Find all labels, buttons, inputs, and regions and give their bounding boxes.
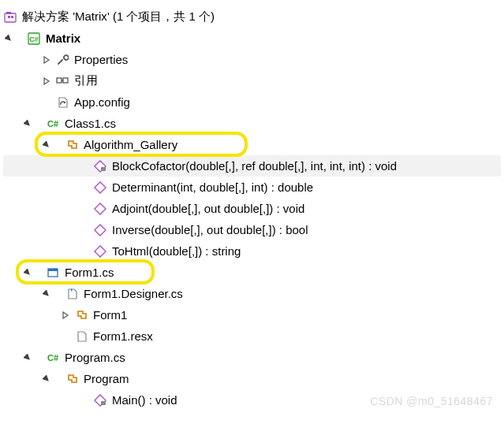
form1-resx-label: Form1.resx	[93, 329, 153, 343]
references-label: 引用	[74, 73, 98, 88]
method-label: Main() : void	[112, 393, 177, 407]
project-node[interactable]: Matrix	[3, 28, 501, 49]
solution-node[interactable]: 解决方案 'Matrix' (1 个项目，共 1 个)	[3, 6, 501, 28]
expander-open-icon[interactable]	[41, 288, 52, 299]
program-class-node[interactable]: Program	[3, 368, 501, 389]
form1-node[interactable]: Form1.cs	[3, 262, 501, 283]
algorithm-gallery-node[interactable]: Algorithm_Gallery	[3, 134, 501, 155]
solution-icon	[3, 10, 17, 24]
method-icon	[93, 202, 107, 216]
resx-file-icon	[74, 329, 88, 344]
class-icon	[74, 308, 88, 322]
method-private-icon	[93, 393, 107, 407]
method-private-icon	[93, 159, 107, 173]
method-label: BlockCofactor(double[,], ref double[,], …	[112, 159, 397, 173]
method-node-main[interactable]: Main() : void	[3, 389, 501, 411]
method-node-blockcofactor[interactable]: BlockCofactor(double[,], ref double[,], …	[3, 155, 501, 177]
wrench-icon	[55, 53, 69, 67]
solution-explorer-tree: 解决方案 'Matrix' (1 个项目，共 1 个) Matrix Prope…	[3, 6, 501, 411]
method-node-inverse[interactable]: Inverse(double[,], out double[,]) : bool	[3, 219, 501, 240]
expander-closed-icon[interactable]	[41, 54, 52, 65]
method-icon	[93, 244, 107, 258]
csharp-file-icon	[46, 351, 60, 365]
class-icon	[65, 138, 79, 152]
csproj-icon	[27, 32, 41, 46]
method-label: Inverse(double[,], out double[,]) : bool	[112, 223, 308, 236]
method-node-adjoint[interactable]: Adjoint(double[,], out double[,]) : void	[3, 198, 501, 219]
form1-label: Form1.cs	[65, 266, 114, 279]
method-icon	[93, 180, 107, 195]
project-label: Matrix	[46, 32, 80, 45]
expander-closed-icon[interactable]	[60, 310, 71, 321]
csharp-file-icon	[46, 117, 60, 131]
form1-designer-node[interactable]: Form1.Designer.cs	[3, 283, 501, 304]
programcs-node[interactable]: Program.cs	[3, 347, 501, 368]
generated-file-icon	[65, 287, 79, 301]
class1-label: Class1.cs	[65, 117, 116, 130]
properties-node[interactable]: Properties	[3, 49, 501, 70]
algorithm-gallery-label: Algorithm_Gallery	[84, 138, 177, 151]
solution-label: 解决方案 'Matrix' (1 个项目，共 1 个)	[22, 9, 215, 24]
references-icon	[55, 74, 69, 88]
expander-open-icon[interactable]	[22, 118, 33, 129]
appconfig-node[interactable]: App.config	[3, 91, 501, 113]
program-class-label: Program	[84, 372, 129, 385]
config-file-icon	[55, 95, 69, 110]
method-label: Adjoint(double[,], out double[,]) : void	[112, 202, 304, 215]
method-label: ToHtml(double[,]) : string	[112, 244, 241, 258]
method-label: Determinant(int, double[,], int) : doubl…	[112, 180, 313, 194]
properties-label: Properties	[74, 53, 128, 66]
form-icon	[46, 266, 60, 280]
references-node[interactable]: 引用	[3, 70, 501, 91]
expander-open-icon[interactable]	[41, 374, 52, 385]
expander-open-icon[interactable]	[22, 352, 33, 363]
form1-designer-label: Form1.Designer.cs	[84, 287, 183, 300]
programcs-label: Program.cs	[65, 351, 125, 364]
method-icon	[93, 223, 107, 237]
class-icon	[65, 372, 79, 386]
method-node-tohtml[interactable]: ToHtml(double[,]) : string	[3, 240, 501, 262]
form1-resx-node[interactable]: Form1.resx	[3, 325, 501, 347]
appconfig-label: App.config	[74, 95, 130, 109]
method-node-determinant[interactable]: Determinant(int, double[,], int) : doubl…	[3, 177, 501, 198]
form1-class-label: Form1	[93, 308, 127, 322]
expander-open-icon[interactable]	[3, 33, 14, 44]
class1-node[interactable]: Class1.cs	[3, 113, 501, 134]
form1-class-node[interactable]: Form1	[3, 304, 501, 325]
expander-closed-icon[interactable]	[41, 76, 52, 87]
expander-open-icon[interactable]	[22, 267, 33, 278]
expander-open-icon[interactable]	[41, 139, 52, 151]
